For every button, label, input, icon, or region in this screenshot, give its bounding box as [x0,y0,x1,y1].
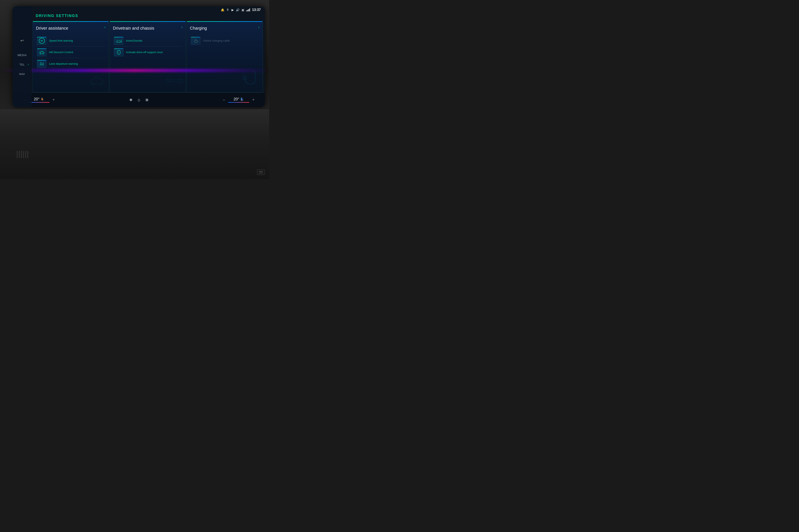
iconic-sounds-label: IconicSounds [126,39,142,43]
hill-descent-icon-container [37,48,47,56]
left-temp-value: 20° 🪑 [34,97,44,101]
svg-line-4 [40,62,41,65]
unlock-cable-icon-container [191,37,200,45]
status-time: 13:37 [252,8,261,12]
vent-slot-4 [23,151,24,158]
vent-slot-2 [19,151,20,158]
volume-icon: 🔊 [236,8,239,12]
vent-slot-6 [27,151,28,158]
left-seat-icon: 🪑 [40,98,44,101]
card-chevron-driver: › [104,25,106,30]
unlock-cable-icon [193,38,199,43]
vent-slot-1 [17,151,18,158]
card-title-driver: Driver assistance [36,25,106,31]
card-charging[interactable]: › Charging [186,21,263,92]
back-button[interactable]: ↩ [20,38,24,43]
speed-limit-label: Speed limit warning [49,39,73,43]
home-button[interactable]: ⌂ [138,97,140,102]
fan-button[interactable]: ❄ [129,98,132,102]
right-temp-control: – 20° 💺 + [212,97,265,103]
bell-icon: 🔔 [221,8,224,12]
menu-item-speed-limit[interactable]: 60 Speed limit warning [36,35,106,46]
svg-point-3 [42,53,44,54]
sidebar-item-media[interactable]: MEDIA [17,54,27,57]
ambient-light-strip [0,69,269,72]
iconic-sounds-icon-container [114,37,123,45]
left-sidebar: ↩ MEDIA TEL ‹ NAV [13,6,32,107]
svg-point-13 [167,80,169,82]
drivetrain-bg-icon [165,75,184,88]
svg-rect-26 [195,40,197,42]
signal-bar-4 [249,8,250,11]
card-chevron-drivetrain: › [181,25,182,30]
menu-item-unlock-cable: Unlock charging cable [190,35,259,46]
play-icon: ▶ [232,8,234,12]
vent-area [17,151,28,158]
right-temp-plus[interactable]: + [252,98,255,102]
drive-off-label: Activate drive-off support once [126,51,163,54]
svg-rect-17 [121,40,122,40]
right-temp-display: 20° 💺 [228,97,249,103]
grid-button[interactable]: ⊞ [145,98,148,102]
svg-point-9 [166,79,170,83]
lane-departure-label: Lane departure warning [49,62,78,66]
main-content: › Driver assistance [33,21,263,92]
center-controls: ❄ ⌂ ⊞ [65,97,212,102]
svg-line-5 [43,62,43,65]
menu-item-lane-departure[interactable]: Lane departure warning [36,58,106,70]
signal-bar-2 [247,10,248,11]
card-title-drivetrain: Drivetrain and chassis [113,25,182,31]
sidebar-item-tel[interactable]: TEL ‹ [19,63,24,66]
drive-off-icon-container [114,48,123,56]
signal-bar-3 [248,9,249,11]
bottom-bar: – 20° 🪑 + ❄ ⌂ ⊞ – [13,92,265,107]
lane-departure-icon [38,61,45,66]
vent-slot-3 [21,151,22,158]
mic-icon: 🎙 [226,8,230,12]
iconic-sounds-icon [115,38,122,43]
svg-point-14 [179,80,181,82]
max-button[interactable]: MAX [257,170,265,175]
lane-departure-icon-container [37,60,47,68]
svg-point-1 [100,83,103,85]
menu-item-iconic-sounds[interactable]: IconicSounds [113,35,182,46]
hill-descent-label: Hill Descent Control [49,51,73,54]
drive-off-icon [115,50,122,55]
svg-rect-19 [121,42,122,43]
svg-point-0 [92,83,94,85]
right-temp-minus[interactable]: – [223,98,225,102]
page-title: DRIVING SETTINGS [36,14,78,18]
right-seat-icon: 💺 [240,98,244,101]
screen-bezel: 🔔 🎙 ▶ 🔊 ▦ 13:37 ↩ MEDIA [13,6,265,107]
unlock-cable-label: Unlock charging cable [203,39,230,43]
screen: 🔔 🎙 ▶ 🔊 ▦ 13:37 ↩ MEDIA [13,6,265,107]
card-chevron-charging: › [258,25,259,30]
status-bar: 🔔 🎙 ▶ 🔊 ▦ 13:37 [221,8,261,12]
signal-bar-1 [246,11,247,11]
menu-item-drive-off[interactable]: Activate drive-off support once [113,46,182,58]
signal-bars [246,8,250,11]
speed-limit-icon-container: 60 [37,37,47,45]
card-drivetrain[interactable]: › Drivetrain and chassis [110,21,186,92]
car-bg-icon [88,75,107,88]
right-temp-bar [228,102,249,103]
hill-descent-icon [38,50,45,55]
vent-slot-5 [25,151,26,158]
left-temp-plus[interactable]: + [53,98,55,102]
dashboard-lower: MAX [0,109,269,179]
sidebar-item-nav[interactable]: NAV [19,73,25,76]
svg-point-10 [178,79,182,83]
card-driver-assistance[interactable]: › Driver assistance [33,21,109,92]
card-title-charging: Charging [190,25,259,31]
menu-item-hill-descent[interactable]: Hill Descent Control [36,46,106,58]
app-icon: ▦ [241,8,244,12]
svg-point-2 [40,53,41,54]
right-temp-value: 20° 💺 [234,97,244,101]
speed-circle: 60 [39,38,45,44]
